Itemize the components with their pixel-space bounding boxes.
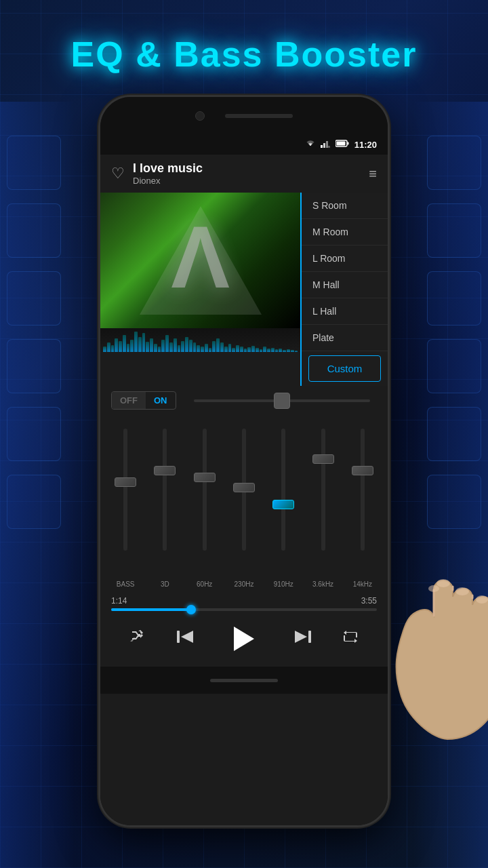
- wave-bar: [240, 347, 243, 352]
- song-artist: Dionex: [133, 176, 361, 186]
- eq-track-230hz: [242, 429, 246, 551]
- eq-channel-3-6khz: [303, 422, 342, 578]
- eq-label-3d: 3D: [145, 580, 184, 588]
- eq-handle-910hz[interactable]: [272, 500, 294, 509]
- wave-bar: [220, 342, 224, 352]
- wave-bar: [150, 338, 153, 352]
- phone-top: [100, 97, 388, 134]
- eq-labels: BASS 3D 60Hz 230Hz 910Hz 3.6kHz 14kHz: [100, 578, 388, 591]
- toggle-on-btn[interactable]: ON: [146, 392, 176, 409]
- phone-frame: 11:20 ♡ I love music Dionex ≡: [98, 95, 390, 827]
- wave-bar: [201, 347, 204, 352]
- eq-track-bass: [123, 429, 127, 551]
- eq-slider-14khz[interactable]: [343, 422, 382, 578]
- wave-bar: [260, 349, 263, 352]
- wave-bar: [189, 340, 192, 352]
- play-icon: [234, 627, 254, 651]
- phone-bottom-bar: [100, 667, 388, 694]
- next-button[interactable]: [292, 629, 311, 648]
- progress-track[interactable]: [111, 608, 377, 611]
- eq-handle-3d[interactable]: [154, 466, 176, 475]
- svg-rect-8: [308, 631, 311, 643]
- preset-item-l-room[interactable]: L Room: [302, 245, 388, 272]
- battery-icon: [336, 140, 349, 149]
- eq-slider-3-6khz[interactable]: [303, 422, 342, 578]
- wave-bar: [209, 348, 212, 352]
- menu-icon[interactable]: ≡: [369, 166, 377, 182]
- svg-rect-7: [177, 631, 180, 643]
- eq-track-14khz: [361, 429, 365, 551]
- preset-item-plate[interactable]: Plate: [302, 325, 388, 351]
- eq-handle-3-6khz[interactable]: [312, 454, 334, 464]
- progress-fill: [111, 608, 191, 611]
- wave-bar: [178, 345, 181, 352]
- wave-bar: [119, 341, 122, 352]
- wave-bar: [244, 349, 247, 352]
- wifi-icon: [306, 140, 315, 149]
- eq-track-3d: [163, 429, 167, 551]
- previous-button[interactable]: [177, 629, 196, 648]
- eq-slider-230hz[interactable]: [224, 422, 264, 578]
- song-title: I love music: [133, 161, 361, 176]
- wave-bar: [197, 345, 200, 352]
- eq-channel-230hz: [224, 422, 264, 578]
- eq-handle-230hz[interactable]: [233, 483, 255, 492]
- wave-bar: [228, 344, 232, 352]
- svg-rect-2: [326, 141, 328, 148]
- svg-rect-1: [323, 143, 325, 148]
- eq-toggle-slider[interactable]: [194, 399, 371, 402]
- preset-custom-button[interactable]: Custom: [308, 355, 381, 382]
- eq-channel-3d: [145, 422, 184, 578]
- eq-handle-14khz[interactable]: [352, 466, 373, 475]
- eq-slider-60hz[interactable]: [185, 422, 224, 578]
- wave-bar: [205, 344, 208, 352]
- eq-channel-bass: [106, 422, 145, 578]
- wave-bar: [271, 348, 274, 352]
- progress-dot[interactable]: [186, 605, 196, 614]
- wave-bar: [185, 337, 188, 352]
- progress-total: 3:55: [361, 596, 377, 606]
- eq-label-3-6khz: 3.6kHz: [303, 580, 342, 588]
- eq-slider-3d[interactable]: [145, 422, 184, 578]
- eq-label-230hz: 230Hz: [224, 580, 264, 588]
- repeat-button[interactable]: [342, 630, 359, 648]
- preset-item-m-hall[interactable]: M Hall: [302, 272, 388, 298]
- favorite-icon[interactable]: ♡: [111, 165, 125, 182]
- home-bar: [210, 679, 278, 682]
- song-info: I love music Dionex: [133, 161, 361, 186]
- app-title: EQ & Bass Booster: [0, 34, 488, 75]
- wave-bar: [267, 349, 270, 352]
- wave-bar: [263, 347, 266, 352]
- eq-handle-60hz[interactable]: [194, 473, 216, 482]
- preset-item-m-room[interactable]: M Room: [302, 219, 388, 245]
- wave-bar: [174, 338, 177, 352]
- waveform: [100, 328, 300, 352]
- eq-slider-bass[interactable]: [106, 422, 145, 578]
- toggle-off-btn[interactable]: OFF: [112, 392, 146, 409]
- eq-slider-910hz[interactable]: [264, 422, 303, 578]
- preset-item-s-room[interactable]: S Room: [302, 193, 388, 219]
- eq-channel-60hz: [185, 422, 224, 578]
- wave-bar: [134, 332, 138, 352]
- album-art: [100, 193, 300, 352]
- wave-bar: [154, 344, 157, 352]
- play-button[interactable]: [227, 622, 261, 656]
- wave-bar: [236, 345, 239, 352]
- wave-bar: [212, 341, 216, 352]
- preset-item-l-hall[interactable]: L Hall: [302, 298, 388, 325]
- phone-content: ♡ I love music Dionex ≡: [100, 155, 388, 825]
- status-time: 11:20: [354, 140, 377, 150]
- eq-toggle-thumb[interactable]: [274, 393, 290, 409]
- eq-handle-bass[interactable]: [115, 477, 136, 487]
- wave-bar: [138, 337, 142, 352]
- progress-times: 1:14 3:55: [111, 596, 377, 606]
- shuffle-button[interactable]: [129, 630, 146, 648]
- eq-toggle[interactable]: OFF ON: [111, 391, 176, 410]
- playback-controls: [100, 614, 388, 667]
- wave-bar: [291, 350, 294, 352]
- wave-bar: [142, 333, 146, 352]
- eq-track-910hz: [281, 429, 285, 551]
- svg-rect-3: [328, 146, 330, 148]
- wave-bar: [123, 335, 126, 352]
- wave-bar: [287, 349, 290, 352]
